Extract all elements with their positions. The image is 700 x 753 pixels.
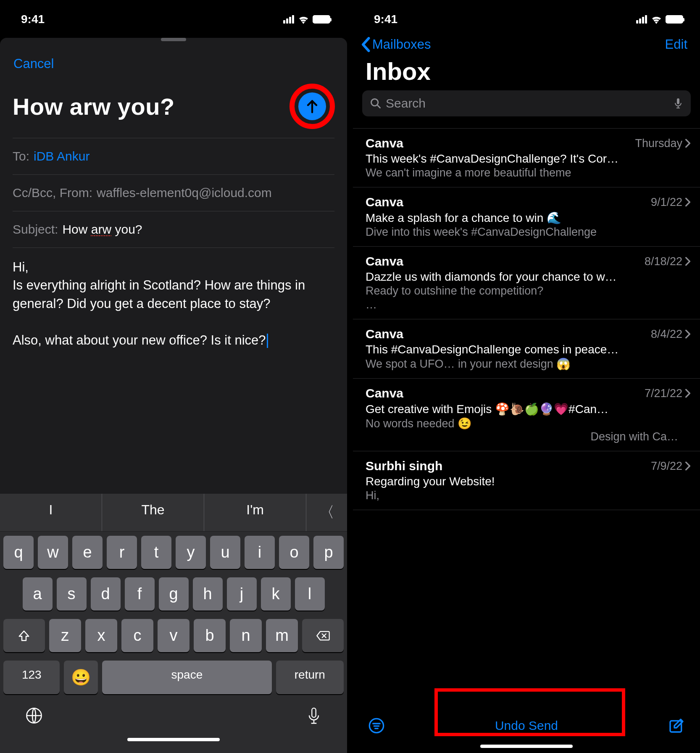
key-d[interactable]: d xyxy=(91,577,121,611)
to-field[interactable]: To: iDB Ankur xyxy=(0,138,347,174)
cellular-icon xyxy=(636,15,647,24)
message-row[interactable]: Surbhi singh 7/9/22 Regarding your Websi… xyxy=(353,451,700,510)
svg-rect-1 xyxy=(312,708,316,717)
prediction-bar: I The I'm 〈 xyxy=(0,494,347,532)
wifi-icon xyxy=(297,15,309,24)
key-j[interactable]: j xyxy=(227,577,257,611)
compose-icon[interactable] xyxy=(668,717,685,734)
back-button[interactable]: Mailboxes xyxy=(361,37,431,52)
key-e[interactable]: e xyxy=(72,536,103,569)
svg-rect-3 xyxy=(677,98,679,104)
email-body[interactable]: Hi, Is everything alright in Scotland? H… xyxy=(0,248,347,359)
compose-screen: 9:41 Cancel How arw you? To: iDB Ankur C… xyxy=(0,0,347,753)
key-c[interactable]: c xyxy=(121,619,153,652)
chevron-right-icon xyxy=(685,197,691,207)
key-y[interactable]: y xyxy=(176,536,206,569)
backspace-key[interactable] xyxy=(302,619,344,652)
send-button[interactable] xyxy=(289,83,335,129)
inbox-title: Inbox xyxy=(353,55,700,90)
status-icons xyxy=(283,15,330,24)
message-subject: Make a splash for a chance to win 🌊 xyxy=(366,211,691,225)
chevron-right-icon xyxy=(685,329,691,339)
status-time: 9:41 xyxy=(21,13,45,26)
message-row[interactable]: Canva 8/4/22 This #CanvaDesignChallenge … xyxy=(353,319,700,379)
message-row[interactable]: Canva 7/21/22 Get creative with Emojis 🍄… xyxy=(353,379,700,451)
key-s[interactable]: s xyxy=(57,577,87,611)
shift-icon xyxy=(18,629,30,642)
message-row[interactable]: Canva Thursday This week's #CanvaDesignC… xyxy=(353,128,700,187)
message-subject: Get creative with Emojis 🍄🐌🍏🔮💗#Can… xyxy=(366,402,691,416)
message-row[interactable]: Canva 8/18/22 Dazzle us with diamonds fo… xyxy=(353,247,700,319)
prediction[interactable]: I'm xyxy=(204,494,306,531)
key-b[interactable]: b xyxy=(194,619,226,652)
space-key[interactable]: space xyxy=(102,661,271,694)
mic-icon[interactable] xyxy=(306,707,322,725)
message-sender: Canva xyxy=(366,386,403,400)
sheet-grabber[interactable] xyxy=(161,38,186,41)
filter-icon[interactable] xyxy=(368,717,385,734)
key-z[interactable]: z xyxy=(49,619,81,652)
key-p[interactable]: p xyxy=(313,536,344,569)
key-k[interactable]: k xyxy=(261,577,291,611)
message-sender: Canva xyxy=(366,327,403,341)
message-subject: Dazzle us with diamonds for your chance … xyxy=(366,270,691,284)
subject-value: How arw you? xyxy=(62,222,142,237)
cancel-button[interactable]: Cancel xyxy=(13,56,54,71)
key-f[interactable]: f xyxy=(125,577,155,611)
key-o[interactable]: o xyxy=(279,536,309,569)
key-l[interactable]: l xyxy=(295,577,325,611)
mic-icon[interactable] xyxy=(673,97,683,110)
key-w[interactable]: w xyxy=(38,536,68,569)
backspace-icon xyxy=(316,630,330,641)
key-g[interactable]: g xyxy=(159,577,189,611)
body-line: Is everything alright in Scotland? How a… xyxy=(13,276,334,313)
message-row[interactable]: Canva 9/1/22 Make a splash for a chance … xyxy=(353,187,700,247)
message-date: 9/1/22 xyxy=(651,196,682,209)
numbers-key[interactable]: 123 xyxy=(3,661,60,694)
key-x[interactable]: x xyxy=(85,619,117,652)
key-m[interactable]: m xyxy=(266,619,298,652)
status-icons xyxy=(636,15,683,24)
keyboard: I The I'm 〈 qwertyuiop asdfghjkl zxcvbnm… xyxy=(0,494,347,753)
home-indicator[interactable] xyxy=(127,738,220,741)
message-date: 8/4/22 xyxy=(651,328,682,341)
search-field[interactable]: Search xyxy=(362,90,691,116)
key-h[interactable]: h xyxy=(193,577,223,611)
message-sender: Canva xyxy=(366,136,403,150)
emoji-key[interactable]: 😀 xyxy=(64,661,98,694)
key-r[interactable]: r xyxy=(107,536,137,569)
return-key[interactable]: return xyxy=(276,661,344,694)
key-n[interactable]: n xyxy=(230,619,262,652)
key-q[interactable]: q xyxy=(3,536,34,569)
chevron-right-icon xyxy=(685,257,691,266)
chevron-right-icon xyxy=(685,461,691,471)
body-line: Hi, xyxy=(13,258,334,276)
undo-typing-icon[interactable]: 〈 xyxy=(306,494,347,531)
svg-rect-5 xyxy=(670,721,682,732)
battery-icon xyxy=(313,15,330,24)
key-u[interactable]: u xyxy=(210,536,240,569)
ccbcc-field[interactable]: Cc/Bcc, From: waffles-element0q@icloud.c… xyxy=(0,175,347,211)
prediction[interactable]: I xyxy=(0,494,102,531)
home-indicator[interactable] xyxy=(480,745,573,748)
globe-icon[interactable] xyxy=(25,707,43,724)
key-t[interactable]: t xyxy=(141,536,171,569)
to-value: iDB Ankur xyxy=(34,149,89,163)
compose-sheet: Cancel How arw you? To: iDB Ankur Cc/Bcc… xyxy=(0,38,347,753)
search-placeholder: Search xyxy=(386,96,669,111)
message-preview: Dive into this week's #CanvaDesignChalle… xyxy=(366,226,691,239)
key-a[interactable]: a xyxy=(23,577,53,611)
edit-button[interactable]: Edit xyxy=(665,37,687,52)
chevron-left-icon xyxy=(361,37,371,52)
prediction[interactable]: The xyxy=(102,494,204,531)
highlight-ring xyxy=(289,84,335,129)
shift-key[interactable] xyxy=(3,619,45,652)
wifi-icon xyxy=(650,15,662,24)
key-v[interactable]: v xyxy=(158,619,189,652)
message-preview: Hi, xyxy=(366,489,691,502)
to-label: To: xyxy=(13,149,29,163)
cellular-icon xyxy=(283,15,294,24)
subject-field[interactable]: Subject: How arw you? xyxy=(0,211,347,247)
compose-title: How arw you? xyxy=(13,93,175,120)
key-i[interactable]: i xyxy=(245,536,275,569)
